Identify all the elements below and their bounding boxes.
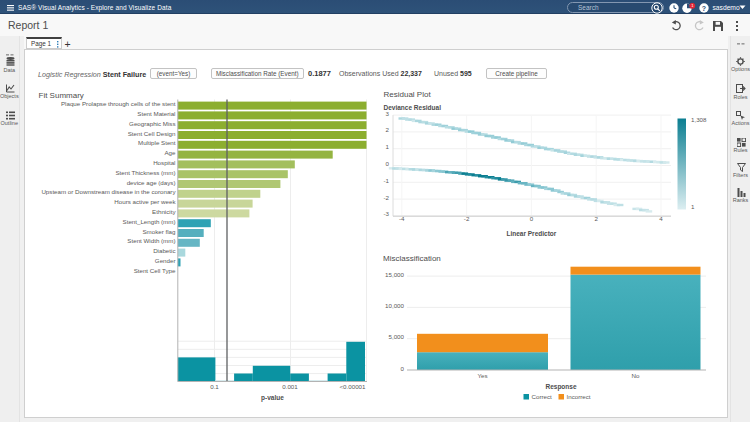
svg-text:0: 0 xyxy=(386,160,390,167)
svg-text:Diabetic: Diabetic xyxy=(153,247,175,254)
svg-text:0.001: 0.001 xyxy=(282,383,298,390)
svg-text:Gender: Gender xyxy=(155,257,176,264)
svg-text:0: 0 xyxy=(401,365,405,372)
svg-text:Stent Material: Stent Material xyxy=(137,110,175,117)
svg-text:Multiple Stent: Multiple Stent xyxy=(138,139,176,146)
svg-text:<0.00001: <0.00001 xyxy=(340,383,367,390)
svg-text:2: 2 xyxy=(386,126,390,133)
svg-text:1: 1 xyxy=(386,143,390,150)
svg-text:Upsteam or Downstream disease: Upsteam or Downstream disease in the cor… xyxy=(41,188,176,195)
svg-text:Plaque Prolapse through cells: Plaque Prolapse through cells of the ste… xyxy=(61,100,176,107)
svg-text:3: 3 xyxy=(386,110,390,117)
svg-text:Stent Cell Design: Stent Cell Design xyxy=(128,130,176,137)
svg-text:Stent_Length (mm): Stent_Length (mm) xyxy=(123,218,176,225)
svg-text:Yes: Yes xyxy=(477,372,487,379)
svg-text:device age (days): device age (days) xyxy=(127,179,176,186)
svg-text:Incorrect: Incorrect xyxy=(567,393,591,400)
svg-text:Age: Age xyxy=(164,149,176,156)
svg-text:Stent Thickness (mm): Stent Thickness (mm) xyxy=(115,169,175,176)
svg-text:Ethnicity: Ethnicity xyxy=(152,208,176,215)
svg-text:Hospital: Hospital xyxy=(153,159,175,166)
svg-text:Stent Cell Type: Stent Cell Type xyxy=(134,267,176,274)
svg-text:Stent Width (mm): Stent Width (mm) xyxy=(127,237,175,244)
svg-text:Smoker flag: Smoker flag xyxy=(142,228,176,235)
svg-text:Response: Response xyxy=(545,383,576,391)
svg-text:Linear Predictor: Linear Predictor xyxy=(506,230,556,237)
svg-text:Geographic Miss: Geographic Miss xyxy=(129,120,175,127)
svg-text:p-value: p-value xyxy=(261,394,284,402)
svg-text:Hours active per week: Hours active per week xyxy=(114,198,176,205)
svg-text:Correct: Correct xyxy=(532,393,553,400)
svg-text:No: No xyxy=(632,372,640,379)
svg-text:15,000: 15,000 xyxy=(385,271,404,278)
svg-text:-2: -2 xyxy=(383,194,389,201)
svg-text:-3: -3 xyxy=(383,210,389,217)
svg-text:1: 1 xyxy=(691,203,695,210)
svg-text:0.1: 0.1 xyxy=(210,383,219,390)
svg-text:1,308: 1,308 xyxy=(691,116,707,123)
svg-text:10,000: 10,000 xyxy=(385,302,404,309)
svg-text:5,000: 5,000 xyxy=(389,333,405,340)
svg-text:-1: -1 xyxy=(383,177,389,184)
